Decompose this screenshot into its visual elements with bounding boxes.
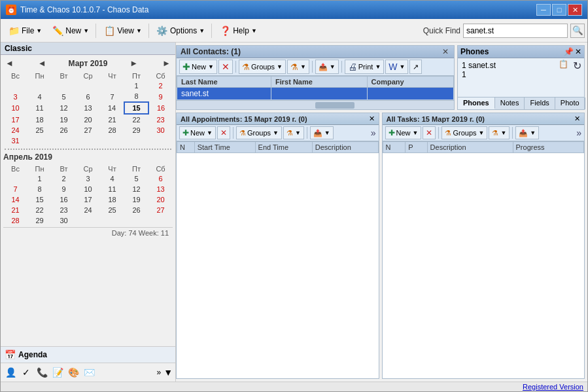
col-lastname[interactable]: Last Name: [177, 77, 271, 88]
cal-day[interactable]: 8: [124, 91, 148, 102]
cal-day[interactable]: 15: [27, 194, 52, 205]
cal-day[interactable]: 25: [100, 205, 124, 215]
cal-day[interactable]: 24: [76, 205, 100, 215]
tasks-expand-icon[interactable]: »: [576, 128, 581, 138]
lb-btn-6[interactable]: ✉️: [82, 365, 96, 380]
cal-day[interactable]: 9: [148, 91, 173, 102]
appt-col-end[interactable]: End Time: [255, 142, 312, 153]
phones-tab-phones[interactable]: Phones: [458, 98, 495, 109]
cal-day[interactable]: 17: [3, 114, 27, 125]
cal-day[interactable]: 12: [124, 184, 148, 194]
cal-day[interactable]: 9: [52, 184, 76, 194]
cal-day[interactable]: 29: [27, 215, 52, 226]
cal-day[interactable]: [124, 215, 148, 226]
phones-refresh-icon[interactable]: ↻: [573, 60, 581, 72]
close-button[interactable]: ✕: [568, 4, 582, 16]
col-firstname[interactable]: First Name: [271, 77, 368, 88]
cal-day[interactable]: 13: [76, 102, 100, 114]
cal-day[interactable]: 28: [100, 125, 124, 135]
minimize-button[interactable]: ─: [536, 4, 551, 16]
cal-day[interactable]: 7: [3, 184, 27, 194]
cal-day[interactable]: 21: [100, 114, 124, 125]
appt-filter2-button[interactable]: ⚗ ▼: [283, 126, 304, 139]
contacts-share-button[interactable]: ↗: [409, 60, 422, 74]
tasks-export-button[interactable]: 📤 ▼: [515, 126, 539, 139]
appt-groups-button[interactable]: ⚗ Groups ▼: [236, 126, 282, 139]
tasks-filter2-button[interactable]: ⚗ ▼: [489, 126, 510, 139]
help-menu-button[interactable]: ❓ Help ▼: [215, 22, 261, 40]
cal-day[interactable]: [52, 135, 76, 146]
cal-day[interactable]: 16: [52, 194, 76, 205]
cal-day[interactable]: 25: [27, 125, 52, 135]
cal-day[interactable]: 5: [52, 91, 76, 102]
cal-day[interactable]: 2: [52, 173, 76, 184]
cal-day[interactable]: 22: [124, 114, 148, 125]
cal-day[interactable]: 2: [148, 80, 173, 91]
phones-tab-fields[interactable]: Fields: [525, 98, 555, 109]
contacts-delete-button[interactable]: ✕: [218, 60, 233, 74]
cal-day[interactable]: 3: [3, 91, 27, 102]
cal-day[interactable]: 26: [52, 125, 76, 135]
scrollbar-thumb[interactable]: [315, 102, 355, 109]
cal-day[interactable]: 22: [27, 205, 52, 215]
next-month-button[interactable]: ►: [128, 58, 140, 69]
contacts-word-button[interactable]: W ▼: [385, 60, 408, 74]
cal-day[interactable]: 10: [3, 102, 27, 114]
cal-day[interactable]: 21: [3, 205, 27, 215]
cal-day[interactable]: [100, 215, 124, 226]
quick-find-input[interactable]: [463, 24, 568, 38]
cal-day[interactable]: [3, 80, 27, 91]
phones-copy-icon[interactable]: 📋: [559, 60, 568, 69]
cal-day[interactable]: 18: [100, 194, 124, 205]
cal-day[interactable]: 13: [148, 184, 173, 194]
cal-day[interactable]: [76, 215, 100, 226]
tasks-col-n[interactable]: N: [383, 142, 406, 153]
cal-day[interactable]: 3: [76, 173, 100, 184]
cal-day[interactable]: 12: [52, 102, 76, 114]
contacts-filter-button[interactable]: ⚗ Groups ▼: [239, 60, 286, 74]
cal-day[interactable]: 10: [76, 184, 100, 194]
tasks-col-desc[interactable]: Description: [427, 142, 513, 153]
lb-btn-2[interactable]: ✓: [19, 365, 33, 380]
cal-day[interactable]: [52, 80, 76, 91]
view-menu-button[interactable]: 📋 View ▼: [99, 22, 146, 40]
phones-tab-photo[interactable]: Photo: [555, 98, 585, 109]
cal-day[interactable]: 1: [27, 173, 52, 184]
cal-day[interactable]: 8: [27, 184, 52, 194]
appt-delete-button[interactable]: ✕: [217, 126, 230, 139]
cal-day[interactable]: 20: [76, 114, 100, 125]
appt-col-start[interactable]: Start Time: [194, 142, 255, 153]
appt-expand-icon[interactable]: »: [371, 128, 376, 138]
cal-day[interactable]: 20: [148, 194, 173, 205]
pin-icon[interactable]: 📌: [564, 47, 574, 56]
cal-day[interactable]: 11: [100, 184, 124, 194]
cal-day[interactable]: 28: [3, 215, 27, 226]
cal-day[interactable]: 7: [100, 91, 124, 102]
cal-day[interactable]: 18: [27, 114, 52, 125]
cal-day[interactable]: 5: [124, 173, 148, 184]
quick-find-search-button[interactable]: 🔍: [570, 24, 585, 38]
cal-day[interactable]: 24: [3, 125, 27, 135]
cal-day[interactable]: 30: [148, 125, 173, 135]
cal-day[interactable]: 27: [148, 205, 173, 215]
appointments-close-button[interactable]: ✕: [369, 115, 375, 123]
cal-day[interactable]: [100, 80, 124, 91]
tasks-close-button[interactable]: ✕: [574, 115, 580, 123]
lb-btn-4[interactable]: 📝: [50, 365, 65, 380]
cal-day[interactable]: [27, 135, 52, 146]
appt-export-button[interactable]: 📤 ▼: [310, 126, 334, 139]
maximize-button[interactable]: □: [552, 4, 566, 16]
cal-day[interactable]: 17: [76, 194, 100, 205]
cal-day[interactable]: 4: [27, 91, 52, 102]
cal-day[interactable]: 14: [3, 194, 27, 205]
phones-tab-notes[interactable]: Notes: [495, 98, 525, 109]
cal-day[interactable]: [124, 135, 148, 146]
cal-day[interactable]: 16: [148, 102, 173, 114]
cal-day[interactable]: [148, 135, 173, 146]
cal-day[interactable]: 29: [124, 125, 148, 135]
file-menu-button[interactable]: 📁 File ▼: [3, 22, 46, 40]
contacts-export-button[interactable]: 📤 ▼: [315, 60, 339, 74]
phones-close-button[interactable]: ✕: [575, 47, 581, 56]
prev-month-button-2[interactable]: ◄: [36, 58, 48, 69]
collapse-arrow[interactable]: ▼: [164, 367, 173, 378]
